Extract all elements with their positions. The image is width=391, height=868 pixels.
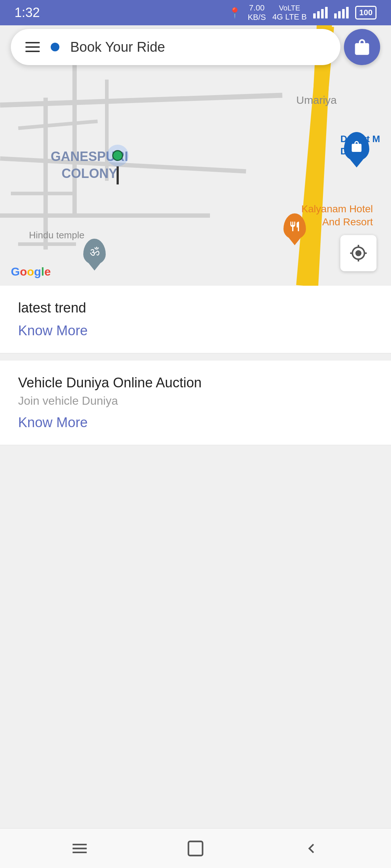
card-vehicle-duniya-subtitle: Join vehicle Duniya — [18, 394, 373, 408]
card-vehicle-duniya: Vehicle Duniya Online Auction Join vehic… — [0, 361, 391, 445]
marker-outer-ring — [107, 145, 129, 166]
marker-dmart-pin — [344, 132, 369, 161]
status-time: 1:32 — [14, 5, 40, 20]
marker-temple-pin: ॐ — [83, 239, 106, 265]
search-bar-container: Book Your Ride — [11, 29, 380, 65]
fork-knife-icon — [289, 221, 300, 232]
network-type: VoLTE 4G LTE B — [272, 4, 307, 22]
crosshair-icon — [349, 244, 367, 262]
marker-current-location — [107, 145, 129, 184]
nav-back-button[interactable] — [299, 836, 324, 861]
road-v2 — [43, 98, 48, 250]
nav-home-icon — [186, 839, 205, 858]
content-area: latest trend Know More Vehicle Duniya On… — [0, 286, 391, 828]
svg-rect-0 — [189, 841, 203, 855]
card-latest-trend: latest trend Know More — [0, 286, 391, 353]
marker-restaurant-pin — [283, 213, 306, 239]
hamburger-line-2 — [25, 46, 40, 48]
my-location-button[interactable] — [340, 235, 377, 271]
map-label-hindu: Hindu temple — [29, 230, 84, 241]
shopping-bag-icon — [353, 38, 371, 56]
road-v1 — [72, 61, 77, 213]
location-icon: 📍 — [228, 7, 241, 19]
status-icons: 📍 7.00 KB/S VoLTE 4G LTE B 100 — [228, 3, 377, 22]
road-small-1 — [18, 119, 98, 130]
hamburger-menu-button[interactable] — [25, 42, 40, 52]
google-logo: Google — [11, 265, 51, 278]
map-label-kalyanam: Kalyanam Hotel And Resort — [301, 203, 373, 229]
marker-pin — [117, 166, 119, 184]
battery-indicator: 100 — [355, 6, 377, 20]
status-bar: 1:32 📍 7.00 KB/S VoLTE 4G LTE B 100 — [0, 0, 391, 25]
card-latest-trend-title: latest trend — [18, 300, 373, 316]
location-indicator-dot — [51, 43, 59, 51]
nav-back-icon — [302, 839, 321, 858]
know-more-button-2[interactable]: Know More — [18, 415, 88, 430]
bottom-navigation — [0, 828, 391, 868]
hamburger-line-3 — [25, 51, 40, 52]
nav-home-button[interactable] — [183, 836, 208, 861]
signal-bars-2 — [334, 7, 349, 18]
road-small-3 — [18, 242, 76, 246]
nav-menu-icon — [70, 839, 89, 858]
marker-restaurant — [283, 213, 306, 239]
road-h1 — [0, 93, 282, 107]
bag-icon-button[interactable] — [344, 29, 380, 65]
om-symbol: ॐ — [90, 245, 100, 259]
marker-inner-dot — [112, 150, 123, 161]
hamburger-line-1 — [25, 42, 40, 43]
nav-menu-button[interactable] — [67, 836, 92, 861]
search-input-text[interactable]: Book Your Ride — [70, 39, 165, 55]
map-label-umariya: Umariya — [296, 94, 337, 106]
card-vehicle-duniya-title: Vehicle Duniya Online Auction — [18, 375, 373, 391]
road-small-2 — [11, 192, 76, 195]
marker-temple: ॐ — [83, 239, 106, 265]
speed-text: 7.00 KB/S — [248, 3, 266, 22]
signal-bars-1 — [313, 7, 328, 18]
bag-icon — [350, 140, 363, 153]
search-bar[interactable]: Book Your Ride — [11, 29, 340, 65]
road-h3 — [0, 213, 210, 218]
marker-dmart — [344, 132, 369, 161]
know-more-button-1[interactable]: Know More — [18, 323, 88, 339]
